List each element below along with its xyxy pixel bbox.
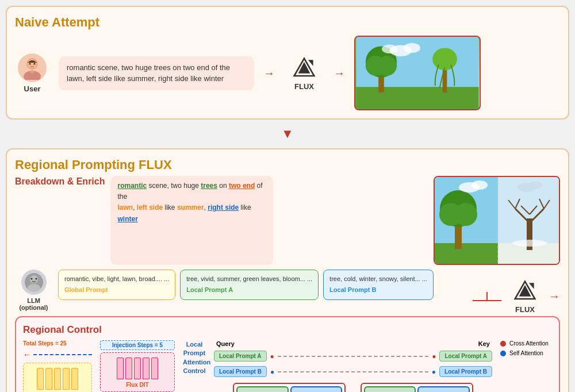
svg-point-5	[30, 70, 34, 74]
avatar	[18, 53, 47, 82]
dit-bar-2	[117, 358, 124, 379]
dit-bars-1	[37, 367, 78, 390]
bbox-b-2: Bounding Box B	[417, 386, 470, 392]
llm-block: LLM(optional)	[15, 270, 52, 311]
svg-point-14	[377, 56, 397, 76]
injection-steps-label: Injection Steps = 5	[100, 340, 175, 350]
svg-point-16	[432, 48, 457, 70]
flux-block-1: FLUX	[284, 56, 324, 91]
svg-point-39	[512, 240, 547, 247]
dit-bar	[71, 368, 78, 390]
svg-marker-50	[529, 283, 534, 289]
winter-highlight: winter	[117, 215, 137, 223]
svg-point-3	[29, 63, 31, 64]
local-a-prompt-label: Local Prompt A	[186, 286, 312, 294]
naive-tree-scene	[355, 37, 480, 109]
prompts-row: romantic, vibe, light, lawn, broad.... .…	[58, 270, 467, 300]
bounding-boxes-row: Bounding Box A Bounding Box B · · ·	[214, 383, 492, 392]
arrow-2: →	[334, 67, 345, 80]
local-prompt-a-tag-1: Local Prompt A	[214, 351, 267, 362]
naive-section: Naive Attempt User	[6, 6, 569, 120]
llm-svg	[24, 272, 44, 293]
dit-bar-2	[143, 358, 150, 379]
left-side-highlight: left side	[137, 203, 163, 212]
query-key-header: Query Key	[214, 340, 492, 347]
svg-point-29	[471, 180, 488, 190]
flux-block-2: FLUX	[505, 279, 545, 314]
control-title: Regional Control	[23, 324, 552, 336]
svg-point-4	[34, 63, 36, 64]
local-a-prompt-text: tree, vivid, summer, green leaves, bloom…	[186, 275, 312, 282]
breakdown-row: Breakdown & Enrich romantic scene, two h…	[15, 176, 560, 265]
right-side-highlight: right side	[208, 203, 239, 212]
cross-attention-legend: Cross Attention	[500, 340, 552, 347]
local-prompt-b-tag-1: Local Prompt B	[214, 366, 267, 377]
local-b-prompt-card: tree, cold, winter, snowy, silent... ...…	[323, 270, 434, 300]
dit-bar-2	[151, 358, 158, 379]
naive-prompt-text: romantic scene, two huge trees on two en…	[67, 63, 230, 83]
enriched-bubble: romantic scene, two huge trees on two en…	[110, 176, 273, 265]
svg-point-18	[404, 43, 420, 53]
control-row: Total Steps = 25 ← Flux DIT	[23, 340, 552, 392]
regional-main-row: LLM(optional) romantic, vibe, light, law…	[15, 270, 560, 314]
dit-bar	[63, 368, 70, 390]
regional-section: Regional Prompting FLUX Breakdown & Enri…	[6, 148, 569, 392]
svg-point-46	[30, 278, 32, 280]
cross-self-legend: Cross Attention Self Attention	[500, 340, 552, 356]
regional-control-section: Regional Control Total Steps = 25 ←	[15, 316, 560, 392]
svg-marker-49	[519, 285, 531, 297]
svg-rect-10	[356, 87, 478, 109]
trees-highlight: trees	[201, 182, 217, 190]
lawn-highlight: lawn	[117, 203, 133, 212]
svg-point-41	[528, 181, 542, 189]
dit-bar	[45, 368, 52, 390]
local-prompt-b-tag-2: Local Prompt B	[439, 366, 492, 377]
injection-area: Injection Steps = 5 Flux DIT ↑ Base Rati…	[100, 340, 175, 392]
naive-prompt-bubble: romantic scene, two huge trees on two en…	[59, 56, 254, 90]
summer-highlight: summer	[177, 203, 204, 212]
bbox-group-key: Bounding Box A Bounding Box B	[361, 383, 473, 392]
flux-logo-1	[289, 56, 319, 81]
local-a-prompt-card: tree, vivid, summer, green leaves, bloom…	[180, 270, 319, 300]
local-prompt-a-tag-2: Local Prompt A	[439, 351, 492, 362]
bbox-group-query: Bounding Box A Bounding Box B	[233, 383, 346, 392]
bbox-a-1: Bounding Box A	[236, 386, 288, 392]
two-end-highlight: two end	[229, 182, 255, 190]
local-b-prompt-text: tree, cold, winter, snowy, silent... ...	[329, 275, 427, 282]
local-b-prompt-label: Local Prompt B	[329, 286, 427, 294]
bbox-a-2: Bounding Box A	[364, 386, 416, 392]
flux-arrow-row: FLUX →	[473, 279, 560, 314]
self-attention-legend: Self Attention	[500, 350, 552, 356]
svg-rect-22	[435, 243, 498, 265]
svg-marker-8	[308, 60, 313, 66]
svg-point-45	[28, 284, 40, 292]
self-attention-dot	[500, 351, 506, 356]
cross-attention-dot	[500, 341, 506, 347]
llm-icon	[21, 270, 47, 295]
query-label: Query	[216, 340, 235, 347]
cross-attention-label: Cross Attention	[509, 340, 549, 347]
global-prompt-label: Global Prompt	[64, 286, 169, 294]
breakdown-label: Breakdown & Enrich	[15, 176, 105, 188]
naive-title: Naive Attempt	[15, 15, 560, 30]
regional-title: Regional Prompting FLUX	[15, 157, 560, 172]
dit-bar	[37, 368, 44, 390]
svg-point-19	[382, 45, 397, 54]
regional-result-image	[434, 176, 560, 265]
dit-bar-2	[125, 358, 132, 379]
attention-control-area: Query Key Local Prompt A ● ● Local Promp…	[214, 340, 492, 392]
arrow-1: →	[263, 67, 275, 80]
dit-bar-2	[134, 358, 141, 379]
attention-label-container: LocalPromptAttentionControl	[183, 340, 206, 376]
user-icon	[21, 56, 44, 80]
total-steps-label: Total Steps = 25	[23, 340, 92, 347]
flux-dit-box-2: Flux DIT	[100, 352, 175, 392]
key-label: Key	[478, 340, 490, 347]
section-divider-arrow: ▼	[6, 126, 569, 141]
flux-dit-label-2: Flux DIT	[126, 382, 148, 388]
dit-bar	[54, 368, 61, 390]
global-prompt-card: romantic, vibe, light, lawn, broad.... .…	[58, 270, 175, 300]
flux-logo-2	[510, 279, 540, 304]
flux-result-arrow: →	[549, 290, 560, 303]
flux-label-1: FLUX	[294, 82, 314, 91]
